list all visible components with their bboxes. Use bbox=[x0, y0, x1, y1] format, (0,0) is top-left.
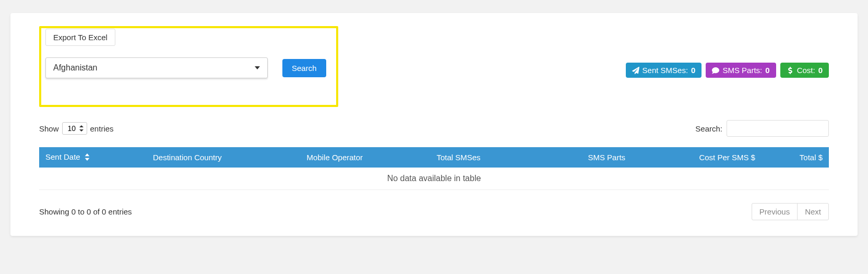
sms-parts-label: SMS Parts: bbox=[722, 66, 762, 75]
th-sms-parts[interactable]: SMS Parts bbox=[537, 147, 632, 168]
country-search-row: Afghanistan Search bbox=[45, 57, 326, 78]
table-empty-text: No data available in table bbox=[39, 168, 829, 190]
caret-down-icon bbox=[255, 66, 260, 69]
cost-label: Cost: bbox=[797, 66, 815, 75]
th-sent-date-label: Sent Date bbox=[45, 152, 80, 161]
cost-badge: Cost: 0 bbox=[780, 63, 829, 78]
page-length-select[interactable]: 10 bbox=[62, 122, 87, 135]
show-entries: Show 10 entries bbox=[39, 122, 114, 135]
table-footer: Showing 0 to 0 of 0 entries Previous Nex… bbox=[39, 203, 829, 220]
search-input[interactable] bbox=[727, 120, 829, 137]
export-to-excel-button[interactable]: Export To Excel bbox=[45, 29, 115, 46]
search-label: Search: bbox=[695, 124, 722, 133]
th-total[interactable]: Total $ bbox=[762, 147, 829, 168]
sort-icon bbox=[85, 153, 90, 162]
th-sent-date[interactable]: Sent Date bbox=[39, 147, 147, 168]
next-button[interactable]: Next bbox=[797, 203, 829, 220]
country-select[interactable]: Afghanistan bbox=[45, 57, 268, 78]
table-controls: Show 10 entries Search: bbox=[39, 120, 829, 137]
search-group: Search: bbox=[695, 120, 829, 137]
show-label-prefix: Show bbox=[39, 124, 59, 133]
pagination: Previous Next bbox=[752, 203, 829, 220]
show-label-suffix: entries bbox=[90, 124, 114, 133]
sent-smses-label: Sent SMSes: bbox=[643, 66, 688, 75]
main-card: Export To Excel Afghanistan Search Sent … bbox=[10, 13, 858, 236]
stats-badges: Sent SMSes: 0 SMS Parts: 0 Cost: 0 bbox=[626, 26, 829, 78]
data-table: Sent Date Destination Country Mobile Ope… bbox=[39, 147, 829, 190]
comment-icon bbox=[712, 67, 719, 74]
top-row: Export To Excel Afghanistan Search Sent … bbox=[39, 26, 829, 78]
th-cost-per-sms[interactable]: Cost Per SMS $ bbox=[632, 147, 762, 168]
paper-plane-icon bbox=[632, 67, 639, 74]
country-select-value: Afghanistan bbox=[53, 63, 98, 73]
left-controls: Export To Excel Afghanistan Search bbox=[39, 26, 326, 78]
sms-parts-badge: SMS Parts: 0 bbox=[706, 63, 776, 78]
th-total-smses[interactable]: Total SMSes bbox=[430, 147, 537, 168]
table-info-text: Showing 0 to 0 of 0 entries bbox=[39, 207, 132, 216]
cost-value: 0 bbox=[818, 66, 823, 75]
th-mobile-operator[interactable]: Mobile Operator bbox=[301, 147, 431, 168]
sms-parts-value: 0 bbox=[765, 66, 769, 75]
search-button[interactable]: Search bbox=[282, 59, 326, 77]
sent-smses-value: 0 bbox=[691, 66, 695, 75]
previous-button[interactable]: Previous bbox=[752, 203, 798, 220]
th-destination-country[interactable]: Destination Country bbox=[147, 147, 301, 168]
sent-smses-badge: Sent SMSes: 0 bbox=[626, 63, 702, 78]
table-empty-row: No data available in table bbox=[39, 168, 829, 190]
dollar-icon bbox=[787, 67, 794, 74]
